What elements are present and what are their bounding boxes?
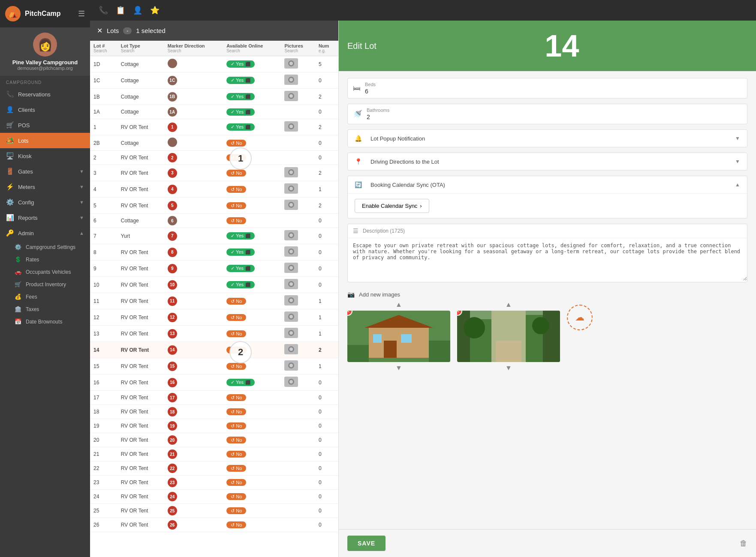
marker-dot: 20 bbox=[168, 435, 177, 445]
sidebar-item-lots[interactable]: 🏕️ Lots bbox=[0, 133, 90, 148]
table-row[interactable]: 1D Cottage ✓ Yes ⬛ 5 bbox=[90, 56, 338, 72]
calendar-topbar-icon[interactable]: 📋 bbox=[116, 6, 125, 15]
cell-available: ✓ Yes ⬛ bbox=[223, 72, 281, 89]
table-row[interactable]: 21 RV OR Tent 21 ↺ No 0 bbox=[90, 447, 338, 461]
table-row[interactable]: 18 RV OR Tent 18 ↺ No 0 bbox=[90, 405, 338, 419]
table-row[interactable]: 20 RV OR Tent 20 ↺ No 0 bbox=[90, 433, 338, 447]
hamburger-menu[interactable]: ☰ bbox=[78, 9, 85, 18]
bathrooms-input[interactable] bbox=[367, 114, 742, 120]
marker-dot: 12 bbox=[168, 313, 177, 322]
calendar-sync-header[interactable]: 🔄 Booking Calendar Sync (OTA) ▲ bbox=[348, 176, 747, 193]
cell-available: ↺ No bbox=[223, 198, 281, 214]
sidebar-item-meters[interactable]: ⚡ Meters ▼ bbox=[0, 179, 90, 195]
table-row[interactable]: 22 RV OR Tent 22 ↺ No 0 bbox=[90, 461, 338, 476]
col-num: Nume.g. bbox=[315, 41, 338, 56]
sidebar-sub-item-taxes[interactable]: 🏛️ Taxes bbox=[0, 303, 90, 315]
table-row[interactable]: 9 RV OR Tent 9 ✓ Yes ⬛ 0 bbox=[90, 261, 338, 277]
sidebar-sub-item-product-inventory[interactable]: 🛒 Product Inventory bbox=[0, 278, 90, 290]
delete-button[interactable]: 🗑 bbox=[740, 539, 747, 548]
table-row[interactable]: 1A Cottage 1A ✓ Yes ⬛ 0 bbox=[90, 105, 338, 119]
table-row[interactable]: 2 RV OR Tent 2 ↺ No 0 bbox=[90, 151, 338, 165]
sidebar-item-config[interactable]: ⚙️ Config ▼ bbox=[0, 195, 90, 210]
table-row[interactable]: 10 RV OR Tent 10 ✓ Yes ⬛ 0 bbox=[90, 277, 338, 293]
table-row[interactable]: 11 RV OR Tent 11 ↺ No 1 bbox=[90, 293, 338, 309]
cell-num: 2 bbox=[315, 165, 338, 181]
lot-popup-label: Lot Popup Notification bbox=[370, 135, 425, 142]
cell-available: ✓ Yes ⬛ bbox=[223, 261, 281, 277]
table-row[interactable]: 1 RV OR Tent 1 ✓ Yes ⬛ 2 bbox=[90, 119, 338, 135]
sidebar-item-gates[interactable]: 🚪 Gates ▼ bbox=[0, 164, 90, 179]
cell-marker: 11 bbox=[164, 293, 223, 309]
unavailable-badge: ↺ No bbox=[226, 394, 246, 401]
table-row[interactable]: 13 RV OR Tent 13 ↺ No 1 bbox=[90, 326, 338, 342]
sidebar-sub-item-fees[interactable]: 💰 Fees bbox=[0, 290, 90, 303]
image-up-arrow-1[interactable]: ▲ bbox=[395, 301, 402, 308]
table-row[interactable]: 23 RV OR Tent 23 ↺ No 0 bbox=[90, 476, 338, 490]
cell-available: ✓ Yes ⬛ bbox=[223, 105, 281, 119]
cell-lot-type: Cottage bbox=[117, 214, 164, 228]
save-button[interactable]: SAVE bbox=[347, 536, 386, 551]
phone-topbar-icon[interactable]: 📞 bbox=[99, 6, 108, 15]
sidebar-sub-label: Taxes bbox=[26, 306, 39, 312]
svg-point-44 bbox=[289, 347, 293, 351]
beds-input[interactable] bbox=[365, 88, 742, 95]
table-row[interactable]: 6 Cottage 6 ↺ No 0 bbox=[90, 214, 338, 228]
table-row[interactable]: 4 RV OR Tent 4 ↺ No 1 bbox=[90, 181, 338, 198]
table-row[interactable]: 1B Cottage 1B ✓ Yes ⬛ 2 bbox=[90, 89, 338, 105]
sidebar-item-clients[interactable]: 👤 Clients bbox=[0, 102, 90, 117]
upload-button[interactable]: ☁ bbox=[567, 305, 593, 330]
marker-dot: 22 bbox=[168, 464, 177, 473]
sidebar-sub-item-rates[interactable]: 💲 Rates bbox=[0, 253, 90, 266]
cell-lot-type: RV OR Tent bbox=[117, 261, 164, 277]
table-row[interactable]: 5 RV OR Tent 5 ↺ No 2 bbox=[90, 198, 338, 214]
users-topbar-icon[interactable]: 👤 bbox=[133, 6, 142, 15]
sidebar-item-reports[interactable]: 📊 Reports ▼ bbox=[0, 210, 90, 225]
sidebar-item-pos[interactable]: 🛒 POS bbox=[0, 117, 90, 133]
table-row[interactable]: 14 RV OR Tent 14 ↺ No 2 bbox=[90, 342, 338, 358]
cell-lot-type: RV OR Tent bbox=[117, 244, 164, 261]
driving-directions-header[interactable]: 📍 Driving Directions to the Lot ▼ bbox=[348, 153, 747, 170]
marker-dot: 23 bbox=[168, 478, 177, 487]
marker-dot: 11 bbox=[168, 296, 177, 306]
sidebar-item-kiosk[interactable]: 🖥️ Kiosk bbox=[0, 148, 90, 164]
table-row[interactable]: 7 Yurt 7 ✓ Yes ⬛ 0 bbox=[90, 228, 338, 244]
marker-dot: 6 bbox=[168, 216, 177, 225]
lot-popup-header[interactable]: 🔔 Lot Popup Notification ▼ bbox=[348, 130, 747, 147]
cell-lot-num: 25 bbox=[90, 504, 117, 518]
table-row[interactable]: 12 RV OR Tent 12 ↺ No 1 bbox=[90, 309, 338, 326]
cell-pictures bbox=[281, 277, 315, 293]
cell-pictures bbox=[281, 490, 315, 504]
description-textarea[interactable]: Escape to your own private retreat with … bbox=[348, 238, 747, 281]
table-row[interactable]: 24 RV OR Tent 24 ↺ No 0 bbox=[90, 490, 338, 504]
edit-panel-footer: SAVE 🗑 bbox=[339, 529, 756, 557]
cell-num: 1 bbox=[315, 326, 338, 342]
sidebar-sub-item-campground-settings[interactable]: ⚙️ Campground Settings bbox=[0, 241, 90, 253]
table-row[interactable]: 16 RV OR Tent 16 ✓ Yes ⬛ 0 bbox=[90, 374, 338, 391]
cell-pictures bbox=[281, 447, 315, 461]
table-row[interactable]: 3 RV OR Tent 3 ↺ No 2 bbox=[90, 165, 338, 181]
sidebar-item-admin[interactable]: 🔑 Admin ▲ bbox=[0, 225, 90, 241]
sidebar-sub-item-occupants-vehicles[interactable]: 🚗 Occupants Vehicles bbox=[0, 266, 90, 278]
table-row[interactable]: 26 RV OR Tent 26 ↺ No 0 bbox=[90, 518, 338, 532]
table-row[interactable]: 19 RV OR Tent 19 ↺ No 0 bbox=[90, 419, 338, 433]
star-topbar-icon[interactable]: ⭐ bbox=[150, 6, 160, 15]
table-row[interactable]: 17 RV OR Tent 17 ↺ No 0 bbox=[90, 391, 338, 405]
table-row[interactable]: 15 RV OR Tent 15 ↺ No 1 bbox=[90, 358, 338, 374]
svg-rect-56 bbox=[373, 334, 382, 343]
close-icon[interactable]: ✕ bbox=[97, 27, 102, 35]
table-row[interactable]: 8 RV OR Tent 8 ✓ Yes ⬛ 0 bbox=[90, 244, 338, 261]
sidebar-sub-item-date-brownouts[interactable]: 📅 Date Brownouts bbox=[0, 315, 90, 328]
unavailable-badge: ↺ No bbox=[226, 493, 246, 500]
table-row[interactable]: 2B Cottage ↺ No 0 bbox=[90, 135, 338, 151]
image-down-arrow-2[interactable]: ▼ bbox=[505, 365, 512, 371]
image-down-arrow-1[interactable]: ▼ bbox=[395, 365, 402, 371]
table-row[interactable]: 1C Cottage 1C ✓ Yes ⬛ 0 bbox=[90, 72, 338, 89]
cell-lot-num: 15 bbox=[90, 358, 117, 374]
marker-dot: 7 bbox=[168, 231, 177, 241]
image-up-arrow-2[interactable]: ▲ bbox=[505, 301, 512, 308]
enable-calendar-sync-button[interactable]: Enable Calendar Sync › bbox=[355, 199, 429, 213]
available-badge: ✓ Yes ⬛ bbox=[226, 93, 255, 100]
table-row[interactable]: 25 RV OR Tent 25 ↺ No 0 bbox=[90, 504, 338, 518]
sidebar-item-reservations[interactable]: 📞 Reservations bbox=[0, 87, 90, 102]
svg-point-47 bbox=[289, 364, 293, 367]
